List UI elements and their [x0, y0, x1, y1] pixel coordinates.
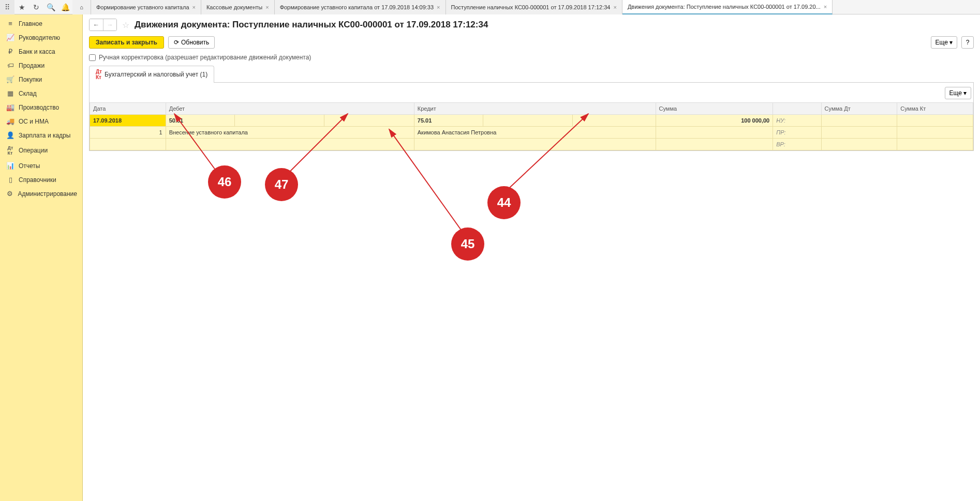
table-wrapper: Еще ▾ Дата Дебет Кредит	[89, 83, 974, 151]
cell-empty	[821, 139, 897, 150]
sidebar-item-hr[interactable]: 👤Зарплата и кадры	[0, 128, 82, 142]
more-label: Еще	[949, 89, 962, 97]
side-label: Производство	[19, 104, 59, 111]
sidebar-item-catalogs[interactable]: ▯Справочники	[0, 173, 82, 187]
table-toolbar: Еще ▾	[90, 87, 973, 102]
col-debet[interactable]: Дебет	[166, 103, 414, 115]
sidebar-item-sales[interactable]: 🏷Продажи	[0, 58, 82, 72]
tag-icon: 🏷	[5, 62, 16, 69]
side-label: Зарплата и кадры	[19, 132, 70, 139]
manual-correction-label: Ручная корректировка (разрешает редактир…	[99, 54, 311, 61]
favorite-button[interactable]: ☆	[120, 19, 131, 31]
sidebar-item-purchases[interactable]: 🛒Покупки	[0, 72, 82, 86]
cell-debet-acc: 50.01	[166, 115, 234, 127]
sidebar-item-manager[interactable]: 📈Руководителю	[0, 31, 82, 44]
table-row[interactable]: 17.09.2018 50.01 75.01 100 000,00 НУ:	[90, 115, 973, 127]
cell-empty	[90, 139, 166, 150]
col-summa-dt[interactable]: Сумма Дт	[821, 103, 897, 115]
side-label: Главное	[19, 20, 42, 27]
close-icon[interactable]: ×	[437, 4, 440, 10]
forward-button[interactable]: →	[103, 19, 116, 31]
ruble-icon: ₽	[5, 48, 16, 55]
more-button[interactable]: Еще ▾	[931, 36, 957, 49]
col-date[interactable]: Дата	[90, 103, 166, 115]
chevron-down-icon: ▾	[963, 89, 967, 97]
side-label: ОС и НМА	[19, 118, 49, 125]
cell-date: 17.09.2018	[90, 115, 166, 127]
table-header-row: Дата Дебет Кредит Сумма Сумма Дт Сумма К…	[90, 103, 973, 115]
tab-accounting[interactable]: ДтКт Бухгалтерский и налоговый учет (1)	[89, 66, 214, 83]
bell-icon[interactable]: 🔔	[58, 0, 72, 14]
sidebar-item-operations[interactable]: ДтКтОперации	[0, 142, 82, 159]
page-title: Движения документа: Поступление наличных…	[135, 20, 488, 30]
more-label: Еще	[936, 39, 948, 46]
tab-label: Кассовые документы	[206, 4, 262, 10]
apps-icon[interactable]: ⠿	[0, 0, 14, 14]
side-label: Склад	[19, 90, 37, 97]
star-icon[interactable]: ★	[14, 0, 29, 14]
sidebar-item-production[interactable]: 🏭Производство	[0, 100, 82, 114]
cell-empty	[897, 127, 973, 139]
sidebar-item-main[interactable]: ≡Главное	[0, 17, 82, 31]
tab-0[interactable]: Формирование уставного капитала ×	[91, 0, 201, 14]
cell-empty	[821, 115, 897, 127]
cell-summa: 100 000,00	[656, 115, 773, 127]
refresh-label: Обновить	[181, 39, 209, 46]
top-toolbar: ⠿ ★ ↻ 🔍 🔔 ⌂ Формирование уставного капит…	[0, 0, 980, 14]
table-row[interactable]: 1 Внесение уставного капитала Акимова Ан…	[90, 127, 973, 139]
side-label: Продажи	[19, 62, 44, 69]
cell-empty	[414, 139, 656, 150]
refresh-button[interactable]: ⟳ Обновить	[168, 36, 215, 49]
table-more-button[interactable]: Еще ▾	[945, 87, 971, 99]
history-icon[interactable]: ↻	[29, 0, 43, 14]
cell-debet-desc: Внесение уставного капитала	[166, 127, 414, 139]
annotation-marker: 44	[487, 186, 521, 219]
tab-home[interactable]: ⌂	[72, 0, 91, 14]
close-icon[interactable]: ×	[824, 4, 827, 10]
search-icon[interactable]: 🔍	[43, 0, 58, 14]
annotation-marker: 46	[208, 165, 241, 199]
sidebar: ≡Главное 📈Руководителю ₽Банк и касса 🏷Пр…	[0, 14, 83, 501]
tab-3[interactable]: Поступление наличных КС00-000001 от 17.0…	[446, 0, 622, 14]
save-close-button[interactable]: Записать и закрыть	[89, 36, 164, 49]
sidebar-item-bank[interactable]: ₽Банк и касса	[0, 44, 82, 58]
sidebar-item-admin[interactable]: ⚙Администрирование	[0, 187, 82, 201]
cell-vr: ВР:	[773, 139, 821, 150]
box-icon: ▦	[5, 89, 16, 97]
col-summa-kt[interactable]: Сумма Кт	[897, 103, 973, 115]
close-icon[interactable]: ×	[265, 4, 269, 10]
truck-icon: 🚚	[5, 117, 16, 125]
cell-empty	[324, 115, 414, 127]
side-label: Руководителю	[19, 34, 60, 41]
side-label: Покупки	[19, 76, 42, 83]
help-button[interactable]: ?	[961, 36, 974, 49]
side-label: Администрирование	[18, 190, 77, 198]
col-summa[interactable]: Сумма	[656, 103, 773, 115]
side-label: Банк и касса	[19, 48, 55, 55]
sidebar-item-assets[interactable]: 🚚ОС и НМА	[0, 114, 82, 128]
cell-empty	[235, 115, 324, 127]
col-empty[interactable]	[773, 103, 821, 115]
manual-correction-checkbox[interactable]	[89, 54, 96, 61]
side-label: Операции	[19, 147, 48, 154]
tab-4[interactable]: Движения документа: Поступление наличных…	[622, 0, 833, 14]
cell-empty	[483, 115, 573, 127]
table-row[interactable]: ВР:	[90, 139, 973, 150]
main-area: ← → ☆ Движения документа: Поступление на…	[83, 14, 980, 501]
close-icon[interactable]: ×	[192, 4, 196, 10]
gear-icon: ⚙	[5, 190, 15, 198]
cell-empty	[897, 139, 973, 150]
close-icon[interactable]: ×	[613, 4, 616, 10]
col-kredit[interactable]: Кредит	[414, 103, 656, 115]
cell-num: 1	[90, 127, 166, 139]
inner-tabs: ДтКт Бухгалтерский и налоговый учет (1)	[89, 65, 974, 83]
tab-2[interactable]: Формирование уставного капитала от 17.09…	[275, 0, 446, 14]
tab-label: Движения документа: Поступление наличных…	[628, 4, 821, 10]
sidebar-item-warehouse[interactable]: ▦Склад	[0, 86, 82, 100]
bars-icon: 📊	[5, 162, 16, 170]
back-button[interactable]: ←	[90, 19, 103, 31]
chevron-down-icon: ▾	[949, 39, 953, 46]
sidebar-item-reports[interactable]: 📊Отчеты	[0, 159, 82, 173]
tab-1[interactable]: Кассовые документы ×	[201, 0, 275, 14]
cell-empty	[166, 139, 414, 150]
